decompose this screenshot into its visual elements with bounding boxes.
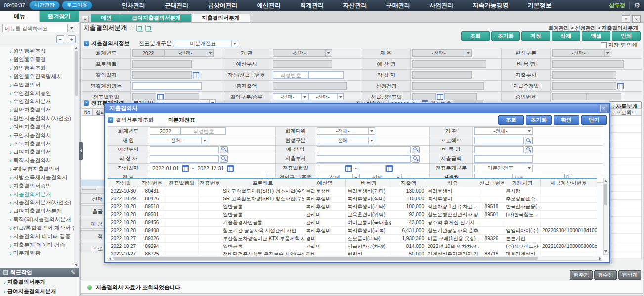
extend-session-button[interactable]: 시간연장 bbox=[29, 1, 60, 10]
calendar-icon[interactable] bbox=[437, 94, 443, 100]
sidebar-item[interactable]: ›급여지출결의서분개 bbox=[0, 207, 79, 215]
grid-row[interactable]: 2022-10-2789294일반공통관리비지급임차료(차량)814,00020… bbox=[108, 243, 597, 250]
top-menu-item[interactable]: 인사관리 bbox=[122, 1, 145, 10]
input-field[interactable] bbox=[273, 71, 308, 79]
top-menu-item[interactable]: 구매관리 bbox=[386, 1, 410, 10]
sidebar-item[interactable]: ›퇴직지출결의서 bbox=[0, 156, 79, 165]
tree-scrollbar[interactable] bbox=[74, 45, 79, 268]
top-menu-item[interactable]: 예산관리 bbox=[257, 1, 281, 10]
select-field[interactable]: -선택- bbox=[552, 49, 611, 57]
input-field[interactable] bbox=[317, 165, 344, 172]
select-field[interactable]: -전체- bbox=[317, 137, 375, 144]
sidebar-item[interactable]: ›지출결의서 데이터 검증 bbox=[0, 232, 79, 241]
sidebar-item[interactable]: ›원인행위잔액명세서 bbox=[0, 72, 79, 81]
sidebar-item[interactable]: ›일반지출결의서 bbox=[0, 106, 79, 114]
grid-header-cell[interactable]: 프로젝트 bbox=[611, 108, 642, 116]
user-name[interactable]: 삼두정 bbox=[609, 2, 629, 9]
toolbar-button-저장[interactable]: 저장 bbox=[521, 31, 550, 41]
top-menu-item[interactable]: 자산관리 bbox=[343, 1, 367, 10]
grid-header-비목명[interactable]: 비목명 bbox=[346, 179, 391, 187]
scrollbar-thumb[interactable] bbox=[604, 184, 607, 205]
sidebar-item[interactable]: ›수입결의서 bbox=[0, 81, 79, 89]
dialog-button-닫기[interactable]: 닫기 bbox=[581, 115, 607, 125]
select-field[interactable]: -전체- bbox=[317, 127, 375, 135]
search-dropdown-button[interactable] bbox=[68, 24, 76, 32]
recent-item[interactable]: ›급여지출결의서분개 bbox=[0, 287, 79, 296]
top-menu-item[interactable]: 기본정보 bbox=[528, 1, 552, 10]
select-field[interactable]: -선택- bbox=[273, 93, 308, 100]
sidebar-item[interactable]: ›지출결의서분개 bbox=[0, 190, 79, 198]
lookup-button[interactable] bbox=[525, 137, 533, 144]
calendar-icon[interactable] bbox=[227, 165, 234, 172]
tab-급여지출결의서분개[interactable]: 급여지출결의서분개 bbox=[122, 14, 191, 22]
sidebar-item[interactable]: ›지출결의서승인 bbox=[0, 182, 79, 190]
lookup-button[interactable] bbox=[412, 155, 420, 163]
calendar-icon[interactable] bbox=[617, 83, 624, 89]
grid-vertical-scrollbar[interactable] bbox=[603, 178, 608, 255]
select-field[interactable]: -전체- bbox=[150, 137, 208, 144]
collapse-all-button[interactable]: − bbox=[56, 35, 64, 43]
top-menu-item[interactable]: 회계관리 bbox=[300, 1, 324, 10]
dialog-button-초기화[interactable]: 초기화 bbox=[526, 115, 552, 125]
sidebar-item[interactable]: ›지출분개 데이터 검증 bbox=[0, 241, 79, 249]
dialog-title-bar[interactable]: 지출결의서 × bbox=[105, 104, 609, 113]
slip-division-select[interactable]: 미분개전표 bbox=[174, 40, 238, 47]
toolbar-button-삭제[interactable]: 삭제 bbox=[552, 31, 580, 41]
selected-row-fragment[interactable] bbox=[81, 180, 105, 186]
top-menu-item[interactable]: 지속가능경영 bbox=[472, 1, 508, 10]
input-field[interactable] bbox=[150, 146, 219, 153]
input-field[interactable] bbox=[308, 71, 344, 79]
select-field[interactable]: -선택- bbox=[308, 93, 344, 100]
select-field[interactable]: -선택- bbox=[412, 49, 472, 57]
grid-header-작성일[interactable]: 작성일 bbox=[108, 179, 139, 187]
dialog-button-확인[interactable]: 확인 bbox=[554, 115, 579, 125]
scroll-up-icon[interactable] bbox=[75, 47, 78, 49]
scroll-left-icon[interactable] bbox=[109, 257, 111, 260]
grid-header-세금계산서번호[interactable]: 세금계산서번호 bbox=[541, 179, 597, 187]
tab-scroll-left-button[interactable]: ◀ bbox=[82, 16, 89, 22]
sidebar-item[interactable]: ›4대보험지출결의서 bbox=[0, 165, 79, 173]
sidebar-item[interactable]: ›수입결의서승인 bbox=[0, 89, 79, 98]
grid-header-선급금번호[interactable]: 선급금번호 bbox=[479, 179, 504, 187]
toolbar-button-조회[interactable]: 조회 bbox=[461, 31, 490, 41]
select-field[interactable]: -선택- bbox=[164, 49, 214, 57]
sidebar-item[interactable]: ›미분개현황 bbox=[0, 249, 79, 257]
sidebar-item[interactable]: ›지출결의서분개(사업소) bbox=[0, 198, 79, 207]
sidebar-collapse-handle[interactable] bbox=[79, 142, 83, 160]
calendar-icon[interactable] bbox=[182, 165, 189, 172]
grid-header-적요[interactable]: 적요 bbox=[426, 179, 479, 187]
input-field[interactable] bbox=[150, 165, 181, 172]
input-field[interactable] bbox=[474, 137, 524, 144]
grid-row[interactable]: 2022-10-2789326부산철도차량정비단 KTX 부품세척 사업경비소모… bbox=[108, 235, 597, 243]
input-field[interactable] bbox=[474, 146, 524, 153]
tab-메인[interactable]: 메인 bbox=[91, 14, 122, 22]
window-menu-button[interactable]: ≡ bbox=[622, 15, 630, 23]
row-action-button-행추가[interactable]: 행추가 bbox=[570, 270, 593, 280]
select-field[interactable]: -선택- bbox=[273, 49, 332, 57]
grid-row[interactable]: 2022-10-2980426SR 고속철도차량(SRT) 청소사업(수도권)복… bbox=[108, 195, 597, 203]
row-action-button-행수정[interactable]: 행수정 bbox=[594, 270, 617, 280]
grid-header-거래처명[interactable]: 거래처명 bbox=[504, 179, 541, 187]
clear-recent-icon[interactable]: ✎ bbox=[71, 269, 75, 276]
sidebar-tab-favorites[interactable]: 즐겨찾기 bbox=[40, 11, 79, 22]
refresh-page-icon[interactable] bbox=[136, 25, 143, 32]
calendar-icon[interactable] bbox=[345, 165, 352, 172]
toolbar-button-엑셀[interactable]: 엑셀 bbox=[582, 31, 610, 41]
grid-row[interactable]: 2022-10-2889456기술환경사업공통관리비여비교통비(국내출장)43,… bbox=[108, 219, 597, 227]
input-field[interactable] bbox=[150, 155, 219, 163]
lookup-button[interactable] bbox=[412, 146, 420, 153]
grid-header-전표발행일[interactable]: 전표발행일 bbox=[165, 179, 199, 187]
top-menu-item[interactable]: 급상여관리 bbox=[208, 1, 237, 10]
sidebar-item[interactable]: ›급여지출결의서 bbox=[0, 148, 79, 156]
grid-header-지출액[interactable]: 지출액 bbox=[391, 179, 426, 187]
lookup-button[interactable] bbox=[220, 155, 228, 163]
scrollbar-thumb[interactable] bbox=[113, 257, 538, 260]
sidebar-item[interactable]: ›원인행위종결 bbox=[0, 55, 79, 64]
lookup-button[interactable] bbox=[220, 146, 228, 153]
input-field[interactable] bbox=[317, 146, 411, 153]
grid-row[interactable]: 2022-10-3080431SR 고속철도차량(SRT) 청소사업(수도권)복… bbox=[108, 187, 597, 195]
sidebar-item[interactable]: ›퇴직(외)지출결의서분개 bbox=[0, 215, 79, 224]
window-close-button[interactable]: × bbox=[632, 15, 641, 23]
grid-header-전표번호[interactable]: 전표번호 bbox=[199, 179, 221, 187]
grid-header-작성번호[interactable]: 작성번호 bbox=[139, 179, 165, 187]
